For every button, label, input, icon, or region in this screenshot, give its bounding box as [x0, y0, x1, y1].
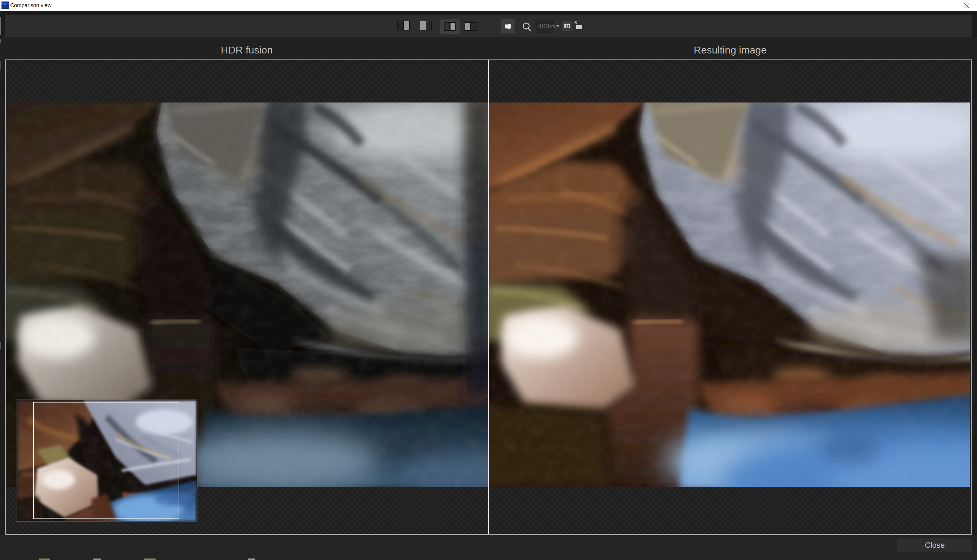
svg-text:400%: 400% — [538, 22, 555, 30]
svg-text:PRJ: PRJ — [3, 6, 8, 8]
svg-text:HDR: HDR — [2, 2, 9, 5]
